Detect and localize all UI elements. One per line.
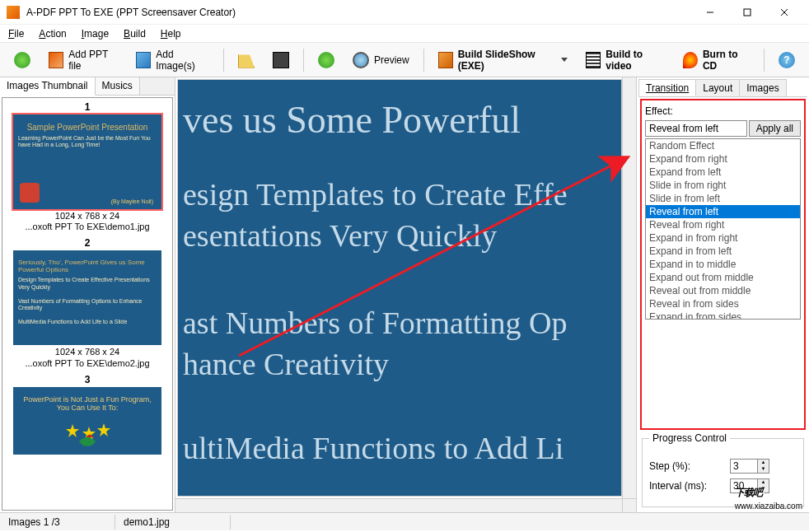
thumb-path: ...oxoft PPT To EXE\demo1.jpg [6, 222, 169, 232]
nav-forward-button[interactable] [311, 47, 342, 73]
thumb-path: ...oxoft PPT To EXE\demo2.jpg [6, 358, 169, 369]
effect-option[interactable]: Slide in from left [646, 192, 800, 205]
step-spinner[interactable]: ▲▼ [730, 459, 771, 474]
ppt-icon [49, 52, 63, 68]
effect-listbox[interactable]: Random EffectExpand from rightExpand fro… [645, 138, 801, 320]
help-icon: ? [779, 52, 795, 68]
effect-option[interactable]: Reveal from right [646, 218, 800, 231]
vertical-scrollbar[interactable] [622, 77, 636, 498]
thumb-dims: 1024 x 768 x 24 [6, 347, 169, 357]
slide-line: ves us Some Powerful [183, 98, 615, 142]
effect-option[interactable]: Reveal out from middle [646, 284, 800, 297]
effect-option[interactable]: Expand in from left [646, 245, 800, 258]
effect-option[interactable]: Reveal from left [646, 205, 800, 218]
slide-line: ast Numbers of Formatting Op [183, 305, 615, 341]
menubar: File Action Image Build Help [0, 25, 809, 43]
menu-image[interactable]: Image [78, 26, 112, 41]
burn-cd-label: Burn to CD [703, 49, 750, 72]
thumb-image: PowerPoint is Not Just a Fun Program, Yo… [13, 387, 161, 455]
slide-line: esign Templates to Create Effe [183, 176, 615, 212]
menu-build[interactable]: Build [120, 26, 149, 41]
main-area: Images Thumbnail Musics 1 Sample PowerPo… [0, 77, 809, 512]
thumbnail-item-3[interactable]: 3 PowerPoint is Not Just a Fun Program, … [6, 374, 169, 455]
thumb-number: 2 [6, 237, 169, 249]
tab-musics[interactable]: Musics [96, 77, 140, 95]
separator [223, 49, 224, 72]
add-images-button[interactable]: Add Image(s) [129, 47, 217, 73]
effect-option[interactable]: Reveal in from sides [646, 297, 800, 310]
floppy-icon [273, 52, 289, 68]
titlebar: A-PDF PPT To EXE (PPT Screensaver Creato… [0, 0, 809, 25]
spin-down-icon[interactable]: ▼ [758, 466, 769, 473]
preview-canvas: ves us Some Powerful esign Templates to … [177, 79, 622, 497]
stars-decoration-icon [63, 417, 112, 450]
build-slideshow-label: Build SlideShow (EXE) [458, 49, 553, 72]
svg-marker-6 [97, 423, 110, 436]
effect-option[interactable]: Expand from right [646, 152, 800, 166]
menu-file[interactable]: File [5, 26, 27, 41]
effect-area: Effect: Reveal from left Apply all Rando… [640, 99, 806, 430]
thumb-image: Sample PowerPoint Presentation Learning … [13, 114, 161, 209]
image-icon [136, 52, 151, 68]
separator [764, 49, 765, 72]
progress-legend: Progress Control [649, 432, 730, 444]
arrow-left-icon [14, 52, 30, 68]
svg-marker-4 [66, 424, 79, 437]
effect-option[interactable]: Expand in from sides [646, 310, 800, 320]
tab-layout[interactable]: Layout [695, 79, 740, 96]
separator [423, 49, 424, 72]
nav-back-button[interactable] [7, 47, 38, 73]
slide-content: ves us Some Powerful esign Templates to … [177, 79, 622, 497]
step-input[interactable] [730, 459, 758, 474]
help-button[interactable]: ? [771, 47, 802, 73]
thumbnail-item-1[interactable]: 1 Sample PowerPoint Presentation Learnin… [6, 101, 169, 232]
separator [303, 49, 304, 72]
current-effect-field[interactable]: Reveal from left [645, 120, 747, 137]
apply-all-button[interactable]: Apply all [749, 120, 801, 137]
scroll-corner [622, 498, 636, 512]
maximize-button[interactable] [728, 1, 765, 24]
preview-label: Preview [374, 54, 409, 66]
chevron-down-icon[interactable] [561, 58, 568, 62]
magnifier-icon [353, 52, 369, 68]
horizontal-scrollbar[interactable] [175, 498, 622, 512]
burn-cd-button[interactable]: Burn to CD [676, 47, 757, 73]
build-slideshow-button[interactable]: Build SlideShow (EXE) [431, 47, 576, 73]
effect-option[interactable]: Expand from left [646, 166, 800, 179]
slide-line: ultiMedia Functions to Add Li [183, 430, 615, 466]
interval-label: Interval (ms): [649, 480, 723, 492]
left-panel: Images Thumbnail Musics 1 Sample PowerPo… [0, 77, 175, 512]
spin-up-icon[interactable]: ▲ [758, 460, 769, 466]
thumbnail-list[interactable]: 1 Sample PowerPoint Presentation Learnin… [2, 97, 173, 511]
effect-option[interactable]: Expand out from middle [646, 271, 800, 284]
status-filename: demo1.jpg [115, 515, 231, 530]
menu-help[interactable]: Help [157, 26, 185, 41]
thumb-number: 3 [6, 374, 169, 385]
preview-button[interactable]: Preview [345, 47, 417, 73]
left-tabs: Images Thumbnail Musics [0, 77, 175, 96]
effect-option[interactable]: Slide in from right [646, 179, 800, 192]
build-video-button[interactable]: Build to video [578, 47, 672, 73]
close-button[interactable] [765, 1, 802, 24]
effect-option[interactable]: Expand in to middle [646, 258, 800, 271]
flame-icon [683, 52, 698, 68]
add-ppt-button[interactable]: Add PPT file [41, 47, 125, 73]
arrow-right-icon [318, 52, 334, 68]
status-images-count: Images 1 /3 [0, 515, 115, 530]
thumbnail-item-2[interactable]: 2 Seriously, Tho', PowerPoint Gives us S… [6, 237, 169, 368]
effect-option[interactable]: Random Effect [646, 139, 800, 152]
slide-line: esentations Very Quickly [183, 217, 615, 254]
tab-transition[interactable]: Transition [638, 79, 696, 96]
menu-action[interactable]: Action [35, 26, 69, 41]
save-button[interactable] [265, 47, 297, 73]
minimize-button[interactable] [691, 1, 728, 24]
effect-option[interactable]: Expand in from right [646, 231, 800, 245]
tab-images-thumbnail[interactable]: Images Thumbnail [0, 77, 96, 96]
effect-label: Effect: [645, 105, 801, 117]
add-images-label: Add Image(s) [156, 49, 209, 72]
svg-rect-1 [744, 9, 751, 16]
tab-images[interactable]: Images [739, 79, 786, 96]
thumb-number: 1 [6, 101, 169, 113]
open-button[interactable] [231, 47, 262, 73]
decoration-icon [20, 183, 40, 203]
